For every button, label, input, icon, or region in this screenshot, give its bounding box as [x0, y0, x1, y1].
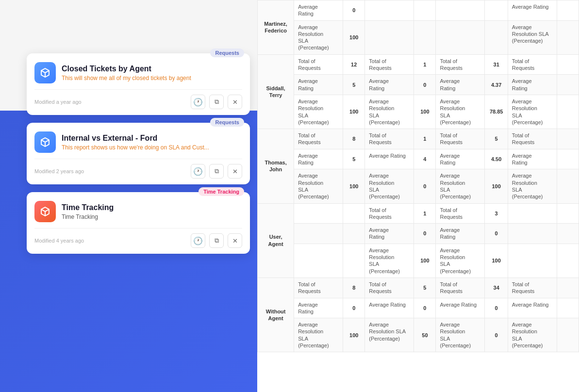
metric-value: 100	[343, 20, 365, 54]
metric-value	[557, 169, 579, 203]
metric-label: AverageRating	[365, 224, 414, 244]
report-card-closed-tickets[interactable]: Requests Closed Tickets by Agent This wi…	[27, 53, 250, 115]
table-row: AverageRating 5 Average Rating 4 Average…	[258, 149, 579, 169]
metric-label: AverageResolutionSLA(Percentage)	[436, 169, 485, 203]
card-title: Closed Tickets by Agent	[62, 65, 191, 73]
metric-label: AverageResolutionSLA(Percentage)	[436, 244, 485, 278]
metric-label: AverageResolutionSLA(Percentage)	[508, 169, 557, 203]
metric-value	[557, 54, 579, 75]
metric-label: AverageResolutionSLA(Percentage)	[365, 95, 414, 129]
empty-cell	[508, 224, 557, 244]
copy-icon-2: ⧉	[215, 167, 219, 175]
card-actions-3: 🕐 ⧉ ✕	[191, 233, 242, 248]
metric-label: AverageRating	[365, 75, 414, 95]
metric-label: Total ofRequests	[436, 54, 485, 75]
report-card-time-tracking[interactable]: Time Tracking Time Tracking Time Trackin…	[27, 192, 250, 254]
metric-label: Total ofRequests	[294, 54, 343, 75]
metric-label: Total ofRequests	[436, 203, 485, 224]
delete-button[interactable]: ✕	[228, 95, 242, 109]
metric-label: AverageRating	[294, 0, 343, 21]
metric-value: 100	[485, 244, 508, 278]
card-title-3: Time Tracking	[62, 203, 114, 212]
empty-cell	[294, 244, 343, 278]
metric-label: AverageResolutionSLA(Percentage)	[508, 318, 557, 352]
card-text-3: Time Tracking Time Tracking	[62, 203, 114, 220]
metric-label: AverageRating	[436, 75, 485, 95]
card-header-3: Time Tracking Time Tracking	[34, 201, 242, 222]
metric-value: 4.37	[485, 75, 508, 95]
card-icon-blue-2	[34, 131, 56, 153]
card-modified-2: Modified 2 years ago	[34, 168, 84, 174]
metric-label: AverageResolutionSLA(Percentage)	[294, 169, 343, 203]
delete-button-2[interactable]: ✕	[228, 164, 242, 179]
empty-cell	[414, 20, 436, 54]
metric-label: AverageResolutionSLA(Percentage)	[508, 95, 557, 129]
copy-button-3[interactable]: ⧉	[209, 233, 224, 248]
close-icon-2: ✕	[232, 168, 238, 175]
clock-button-3[interactable]: 🕐	[191, 233, 205, 248]
clock-icon-2: 🕐	[193, 167, 203, 176]
metric-label: AverageResolutionSLA(Percentage)	[436, 318, 485, 352]
delete-button-3[interactable]: ✕	[228, 233, 242, 248]
empty-cell	[485, 20, 508, 54]
agent-name: Siddall,Terry	[258, 54, 294, 129]
metric-value	[557, 129, 579, 149]
metric-value: 31	[485, 54, 508, 75]
metric-label: AverageResolution SLA(Percentage)	[365, 318, 414, 352]
empty-cell	[365, 0, 414, 21]
metric-value: 0	[343, 298, 365, 318]
close-icon: ✕	[232, 98, 238, 106]
clock-button-2[interactable]: 🕐	[191, 164, 205, 179]
table-row: AverageResolutionSLA(Percentage) 100 Ave…	[258, 20, 579, 54]
metric-value	[557, 278, 579, 298]
metric-label: AverageResolutionSLA(Percentage)	[294, 20, 343, 54]
card-icon-blue	[34, 62, 56, 83]
cube-icon-2	[39, 136, 51, 148]
empty-cell	[557, 244, 579, 278]
table-row: AverageResolutionSLA(Percentage) 100 Ave…	[258, 244, 579, 278]
copy-icon: ⧉	[215, 98, 219, 106]
empty-cell	[343, 244, 365, 278]
card-description: This will show me all of my closed ticke…	[62, 75, 191, 82]
metric-label: AverageResolution SLA(Percentage)	[508, 20, 557, 54]
card-header: Closed Tickets by Agent This will show m…	[34, 62, 242, 83]
empty-cell	[294, 203, 343, 224]
metric-value: 100	[485, 169, 508, 203]
card-footer: Modified a year ago 🕐 ⧉ ✕	[34, 89, 242, 109]
metric-value	[557, 0, 579, 21]
clock-button[interactable]: 🕐	[191, 95, 205, 109]
metric-label: Total ofRequests	[436, 129, 485, 149]
metric-value	[557, 95, 579, 129]
table-row: User,Agent Total ofRequests 1 Total ofRe…	[258, 203, 579, 224]
card-title-2: Internal vs External - Ford	[62, 134, 209, 143]
cards-container: Requests Closed Tickets by Agent This wi…	[27, 53, 250, 261]
metric-value: 5	[343, 149, 365, 169]
empty-cell	[508, 244, 557, 278]
metric-label: Total ofRequests	[365, 129, 414, 149]
metric-value: 0	[414, 75, 436, 95]
agent-name: User,Agent	[258, 203, 294, 278]
copy-button-2[interactable]: ⧉	[209, 164, 224, 179]
card-modified: Modified a year ago	[34, 99, 82, 105]
report-card-internal-external[interactable]: Requests Internal vs External - Ford Thi…	[27, 123, 250, 184]
empty-cell	[436, 20, 485, 54]
metric-value: 0	[485, 318, 508, 352]
table-row: Thomas,John Total ofRequests 8 Total ofR…	[258, 129, 579, 149]
card-description-3: Time Tracking	[62, 213, 114, 220]
metric-value: 100	[343, 95, 365, 129]
metric-value: 34	[485, 278, 508, 298]
metric-label: Total ofRequests	[365, 54, 414, 75]
empty-cell	[343, 224, 365, 244]
metric-value: 78.85	[485, 95, 508, 129]
metric-label: AverageRating	[508, 149, 557, 169]
metric-value: 5	[343, 75, 365, 95]
empty-cell	[508, 203, 557, 224]
table-row: AverageRating 0 Average Rating 0 Average…	[258, 298, 579, 318]
metric-label: AverageRating	[436, 224, 485, 244]
agent-name: Thomas,John	[258, 129, 294, 203]
table-row: AverageResolutionSLA(Percentage) 100 Ave…	[258, 169, 579, 203]
metric-label: Total ofRequests	[365, 203, 414, 224]
copy-button[interactable]: ⧉	[209, 95, 224, 109]
metric-value: 8	[343, 278, 365, 298]
clock-icon-3: 🕐	[193, 236, 203, 245]
